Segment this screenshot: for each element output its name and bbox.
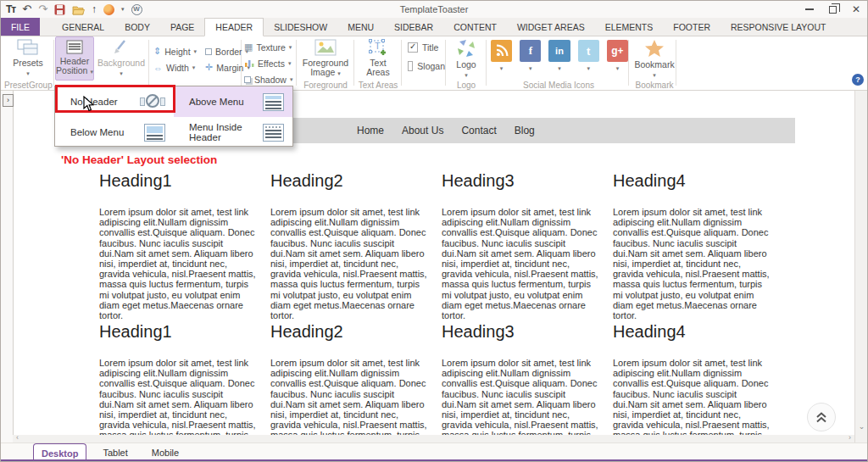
tab-file[interactable]: FILE [1,18,40,36]
menu-item-no-header[interactable]: No Header [55,86,174,117]
menu-item-below-menu[interactable]: Below Menu [55,117,174,148]
content-cell: Heading2Lorem ipsum dolor sit amet, test… [270,322,431,435]
nav-about-us[interactable]: About Us [402,125,443,136]
linkedin-icon[interactable]: in [548,40,570,62]
window-title: TemplateToaster [1,4,867,14]
scroll-right-icon[interactable]: › [849,433,851,442]
twitter-dropdown-icon[interactable]: ▾ [578,65,599,72]
slogan-checkbox-box [408,61,413,71]
tab-header[interactable]: HEADER [204,18,264,36]
vertical-scrollbar[interactable]: ⌄ [854,91,868,443]
slogan-checkbox-label: Slogan [417,61,445,71]
panel-expander-button[interactable]: › [3,94,14,107]
scroll-left-icon[interactable]: ‹ [16,433,19,442]
scroll-down-icon[interactable]: ⌄ [855,422,868,431]
rss-dropdown-icon[interactable]: ▾ [491,65,512,72]
title-checkbox[interactable]: ✓Title [408,40,445,55]
width-icon: ⇔ [153,63,163,73]
tab-general[interactable]: GENERAL [52,18,114,36]
content-row-2: Heading1Lorem ipsum dolor sit amet, test… [99,322,774,435]
column-heading: Heading1 [99,171,260,191]
foreground-group-label: Foreground [299,81,352,90]
menu-inside-header-icon [263,124,284,142]
social-group-label: Social Media Icons [489,81,628,90]
tab-widget-areas[interactable]: WIDGET AREAS [507,18,595,36]
nav-home[interactable]: Home [357,125,384,136]
text-areas-button[interactable]: T TextAreas [357,36,399,77]
no-header-icon [140,94,165,109]
column-text: Lorem ipsum dolor sit amet, test link ad… [613,358,774,435]
tab-sidebar[interactable]: SIDEBAR [384,18,443,36]
tab-footer[interactable]: FOOTER [663,18,721,36]
logo-button[interactable]: Logo▾ [448,36,484,80]
restore-icon[interactable] [829,6,837,14]
tab-responsive-layout[interactable]: RESPONSIVE LAYOUT [721,18,836,36]
size-group: ⇕Height▾ ⇔Width▾ Border▾ ✛Margin▾ [153,36,240,91]
tab-body[interactable]: BODY [114,18,160,36]
bookmark-button[interactable]: Bookmark▾ [635,36,674,80]
facebook-dropdown-icon[interactable]: ▾ [520,65,541,72]
horizontal-scrollbar[interactable]: ‹ › [13,435,854,443]
below-menu-label: Below Menu [70,127,144,137]
border-icon [205,48,212,55]
presets-label: Presets [13,58,43,68]
facebook-icon[interactable]: f [520,40,541,62]
column-heading: Heading2 [270,171,431,191]
help-icon[interactable]: ? [852,74,864,86]
minimize-icon[interactable] [805,8,814,10]
window-controls: ✕ [805,3,860,16]
presets-button[interactable]: Presets▾ [4,36,52,78]
margin-icon: ✛ [205,62,213,73]
tab-content[interactable]: CONTENT [443,18,507,36]
linkedin-dropdown-icon[interactable]: ▾ [548,65,570,72]
height-button[interactable]: ⇕Height▾ [153,43,197,59]
texture-label: Texture [256,42,285,53]
texture-button[interactable]: ▦Texture▾ [244,39,295,55]
texture-icon: ▦ [244,42,253,53]
rss-icon[interactable] [491,40,512,62]
header-position-label: Header Position [56,56,89,75]
presets-group: Presets▾ PresetGroup [4,36,52,91]
shadow-icon [244,76,251,83]
menu-item-above-menu[interactable]: Above Menu [174,86,292,117]
content-cell: Heading1Lorem ipsum dolor sit amet, test… [99,322,260,435]
foreground-image-icon [314,39,337,56]
googleplus-dropdown-icon[interactable]: ▾ [607,65,628,72]
column-heading: Heading3 [442,322,603,342]
margin-button[interactable]: ✛Margin▾ [205,59,250,75]
bookmark-group: Bookmark▾ Bookmark [635,36,674,91]
width-button[interactable]: ⇔Width▾ [153,59,197,75]
shadow-label: Shadow [254,75,287,85]
height-icon: ⇕ [153,46,161,57]
toggles-group: ✓Title Slogan [406,36,445,91]
app-window: Tт ↶ ↷ ↑ ▾ W TemplateToaster ✕ FILE GENE… [0,0,868,462]
height-label: Height [164,47,190,57]
header-position-icon [66,40,83,54]
annotation-text: 'No Header' Layout selection [61,153,217,166]
googleplus-icon[interactable]: g+ [607,40,628,62]
foreground-image-button[interactable]: ForegroundImage ▾ [299,36,352,78]
content-cell: Heading1Lorem ipsum dolor sit amet, test… [99,171,260,320]
scroll-to-top-button[interactable] [807,403,836,431]
presets-icon [17,39,39,56]
device-tab-bar: Desktop Tablet Mobile [1,443,868,461]
slogan-checkbox[interactable]: Slogan [408,58,445,74]
background-brush-icon [112,39,131,56]
tab-menu[interactable]: MENU [337,18,384,36]
no-header-label: No Header [70,97,140,107]
tab-elements[interactable]: ELEMENTS [595,18,664,36]
twitter-icon[interactable]: t [578,40,599,62]
tab-page[interactable]: PAGE [160,18,204,36]
column-heading: Heading1 [99,322,260,342]
close-icon[interactable]: ✕ [852,4,860,14]
effects-label: Effects [258,58,285,69]
nav-contact[interactable]: Contact [461,125,496,136]
foreground-group: ForegroundImage ▾ Foreground [299,36,352,91]
border-button[interactable]: Border▾ [205,43,250,59]
tab-slideshow[interactable]: SLIDESHOW [264,18,337,36]
header-position-button[interactable]: Header Position ▾ [55,36,94,81]
background-button[interactable]: Background▾ [96,36,147,78]
effects-button[interactable]: Effects▾ [244,55,295,71]
menu-item-menu-inside-header[interactable]: Menu Inside Header [174,117,292,148]
nav-blog[interactable]: Blog [515,125,535,136]
